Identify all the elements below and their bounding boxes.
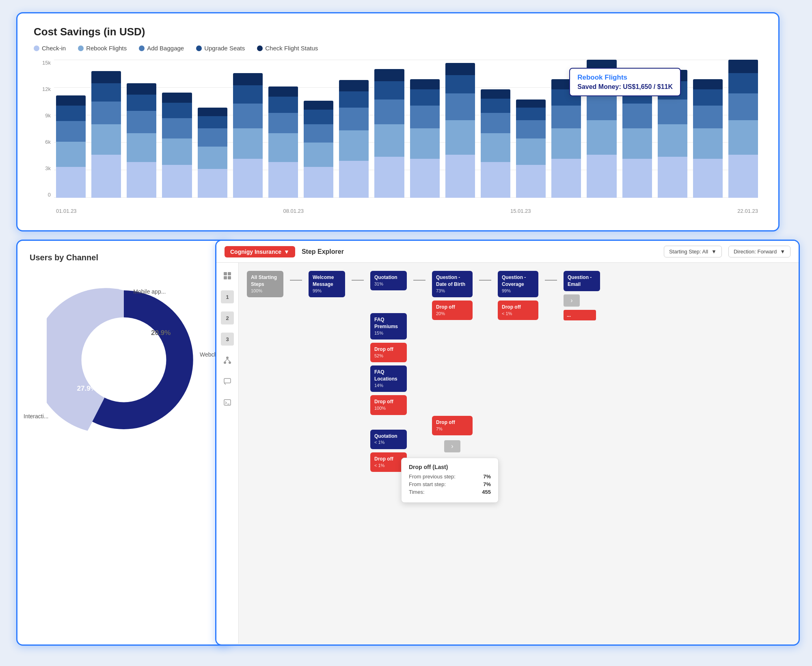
bar-segment-6-0 xyxy=(268,162,298,198)
flow-grid: All Starting Steps 100% Welcome Message … xyxy=(247,271,790,472)
arrow-3 xyxy=(413,271,425,281)
col-quotation: Quotation 31% FAQ Premiums 15% Drop off … xyxy=(370,271,407,472)
bar-segment-17-0 xyxy=(658,157,687,198)
bar-segment-18-1 xyxy=(693,128,723,159)
bar-segment-9-2 xyxy=(374,99,404,124)
donut-text-webchat: 51.1% xyxy=(113,344,135,352)
bar-segment-0-4 xyxy=(56,95,86,106)
bar-segment-12-3 xyxy=(481,99,510,113)
x-axis: 01.01.23 08.01.23 15.01.23 22.01.23 xyxy=(56,208,758,214)
bar-segment-10-2 xyxy=(410,106,440,128)
bar-segment-8-1 xyxy=(339,130,369,161)
dropoff-row-times: Times: 455 xyxy=(409,489,491,495)
y-label-6k: 6k xyxy=(34,139,54,145)
bar-segment-9-4 xyxy=(374,69,404,81)
bar-segment-19-2 xyxy=(728,93,758,120)
dropoff-value-times: 455 xyxy=(482,489,491,495)
dropoff-popup-title: Drop off (Last) xyxy=(409,464,491,470)
bar-segment-6-3 xyxy=(268,97,298,113)
step-explorer-title: Step Explorer xyxy=(302,248,344,255)
bar-segment-14-1 xyxy=(551,128,581,159)
sidebar-icon-3[interactable]: 3 xyxy=(221,333,234,346)
x-label-0: 01.01.23 xyxy=(56,208,77,214)
legend-item-rebook: Rebook Flights xyxy=(78,45,127,52)
y-axis: 0 3k 6k 9k 12k 15k xyxy=(34,60,54,198)
legend-label-rebook: Rebook Flights xyxy=(86,45,127,52)
bar-segment-18-3 xyxy=(693,89,723,106)
bar-segment-19-0 xyxy=(728,155,758,198)
svg-rect-1 xyxy=(228,272,231,275)
chart-legend: Check-in Rebook Flights Add Baggage Upgr… xyxy=(34,45,762,52)
bar-segment-18-0 xyxy=(693,159,723,198)
bar-segment-11-2 xyxy=(445,93,475,120)
bar-segment-7-0 xyxy=(304,167,333,198)
direction-dropdown[interactable]: Direction: Forward ▼ xyxy=(728,246,790,257)
sidebar-icon-1[interactable]: 1 xyxy=(221,290,234,303)
badge-dropdown-icon: ▼ xyxy=(284,249,289,255)
bar-segment-11-4 xyxy=(445,63,475,75)
starting-step-dropdown[interactable]: Starting Step: All ▼ xyxy=(664,246,722,257)
bar-segment-14-0 xyxy=(551,159,581,198)
bar-segment-7-2 xyxy=(304,124,333,143)
node-all-starting: All Starting Steps 100% xyxy=(247,271,283,297)
bar-segment-1-2 xyxy=(91,102,121,124)
legend-label-status: Check Flight Status xyxy=(265,45,318,52)
node-faq-premiums: FAQ Premiums 15% xyxy=(370,313,407,339)
flow-arrow-btn[interactable]: › xyxy=(444,440,460,452)
bar-segment-18-2 xyxy=(693,106,723,128)
bar-segment-0-1 xyxy=(56,142,86,167)
sidebar-icon-chat[interactable] xyxy=(221,375,234,388)
x-label-1: 08.01.23 xyxy=(283,208,304,214)
sidebar-icon-grid[interactable] xyxy=(221,269,234,282)
col-welcome: Welcome Message 99% xyxy=(309,271,345,297)
svg-rect-0 xyxy=(224,272,227,275)
node-dropoff1: Drop off 20% xyxy=(432,301,473,320)
svg-point-6 xyxy=(229,361,231,364)
donut-chart-card: Users by Channel 51.1% 27.9% 20.9% Webch… xyxy=(16,240,231,646)
bar-group-7 xyxy=(304,60,333,198)
bar-segment-9-0 xyxy=(374,157,404,198)
node-dropoff-last: Drop off 7% xyxy=(432,416,473,435)
sidebar-icon-flow[interactable] xyxy=(221,354,234,367)
node-welcome: Welcome Message 99% xyxy=(309,271,345,297)
step-explorer-header: Cognigy Insurance ▼ Step Explorer Starti… xyxy=(216,241,799,263)
bar-segment-0-0 xyxy=(56,167,86,198)
node-faq-locations: FAQ Locations 14% xyxy=(370,365,407,392)
donut-svg: 51.1% 27.9% 20.9% xyxy=(47,283,201,437)
sidebar-icon-2[interactable]: 2 xyxy=(221,311,234,324)
bar-group-13 xyxy=(516,60,546,198)
legend-dot-upgrade xyxy=(196,45,202,51)
bar-segment-15-2 xyxy=(587,93,616,120)
bar-group-9 xyxy=(374,60,404,198)
bar-segment-11-1 xyxy=(445,120,475,155)
sidebar-icon-terminal[interactable] xyxy=(221,396,234,409)
dropoff-row-start: From start step: 7% xyxy=(409,481,491,487)
flow-arrow-btn2[interactable]: › xyxy=(564,294,580,307)
bar-segment-4-2 xyxy=(198,128,227,147)
bar-segment-0-3 xyxy=(56,106,86,121)
bar-segment-8-3 xyxy=(339,91,369,108)
bar-segment-10-0 xyxy=(410,159,440,198)
bar-segment-3-1 xyxy=(162,138,192,165)
node-quotation2: Quotation < 1% xyxy=(370,430,407,449)
bar-segment-2-3 xyxy=(127,95,156,111)
node-dropoff-faq: Drop off 52% xyxy=(370,343,407,362)
cognigy-badge[interactable]: Cognigy Insurance ▼ xyxy=(225,246,295,257)
bar-segment-7-1 xyxy=(304,143,333,167)
bar-segment-2-2 xyxy=(127,111,156,133)
bar-segment-2-1 xyxy=(127,133,156,162)
node-dropoff-loc: Drop off 100% xyxy=(370,395,407,415)
donut-container: 51.1% 27.9% 20.9% Webchat Mobile app... … xyxy=(30,275,218,445)
dropoff-label-previous: From previous step: xyxy=(409,474,456,480)
col-all-starting: All Starting Steps 100% xyxy=(247,271,283,297)
bar-segment-3-3 xyxy=(162,103,192,118)
bar-segment-6-4 xyxy=(268,86,298,97)
bar-segment-18-4 xyxy=(693,79,723,89)
dropoff-label-start: From start step: xyxy=(409,481,446,487)
bar-segment-11-3 xyxy=(445,75,475,93)
node-quotation: Quotation 31% xyxy=(370,271,407,290)
legend-dot-baggage xyxy=(139,45,145,51)
bar-segment-12-1 xyxy=(481,133,510,162)
direction-label: Direction: Forward xyxy=(734,249,777,255)
svg-line-8 xyxy=(227,359,230,361)
